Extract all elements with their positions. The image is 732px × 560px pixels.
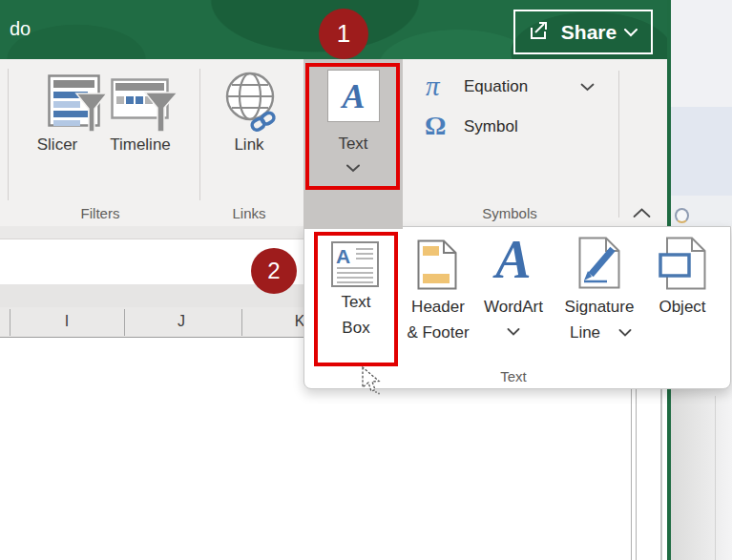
timeline-label: Timeline <box>94 135 186 155</box>
dropdown-group-label: Text <box>399 368 628 384</box>
slicer-icon <box>48 74 113 139</box>
header-footer-icon <box>417 239 457 290</box>
pi-icon: π <box>426 71 440 102</box>
share-label: Share <box>561 21 617 44</box>
signature-line-icon <box>578 237 620 289</box>
annotation-badge-1: 1 <box>319 9 368 59</box>
wordart-label: WordArt <box>474 298 553 317</box>
wordart-icon: A <box>482 233 545 286</box>
background-window-band <box>671 107 732 196</box>
chevron-up-icon <box>633 208 651 218</box>
header-footer-label-line2: & Footer <box>396 323 480 342</box>
column-header-i[interactable]: I <box>38 313 95 330</box>
window-inner-edge <box>636 389 637 560</box>
timeline-icon <box>111 78 183 139</box>
column-separator <box>10 309 10 336</box>
annotation-box-step2 <box>314 232 398 366</box>
chevron-down-icon <box>507 328 520 336</box>
omega-icon: Ω <box>425 111 446 141</box>
slicer-label: Slicer <box>21 135 94 155</box>
links-group-label: Links <box>220 205 279 221</box>
collapse-ribbon-button[interactable] <box>628 202 657 225</box>
chevron-down-icon <box>624 24 638 41</box>
symbol-label: Symbol <box>464 117 518 136</box>
share-button[interactable]: Share <box>513 10 653 54</box>
symbols-group-label: Symbols <box>454 205 565 221</box>
object-icon <box>659 237 706 290</box>
window-inner-edge <box>631 389 632 560</box>
column-separator <box>124 309 125 336</box>
column-header-j[interactable]: J <box>153 313 210 330</box>
signature-label-line1: Signature <box>558 298 640 317</box>
annotation-badge-2: 2 <box>251 248 297 294</box>
group-separator <box>199 69 200 200</box>
annotation-box-step1 <box>305 63 400 190</box>
scrollbar-edge <box>660 389 662 560</box>
excel-window: do Share Slicer <box>0 0 732 560</box>
object-label: Object <box>647 298 718 317</box>
signature-label-line2: Line <box>544 323 626 342</box>
chevron-down-icon <box>580 83 595 92</box>
group-separator <box>8 69 9 200</box>
header-footer-label-line1: Header <box>396 298 480 317</box>
group-separator <box>618 71 619 218</box>
link-label: Link <box>222 135 276 155</box>
filters-group-label: Filters <box>43 205 157 221</box>
share-icon <box>529 20 554 45</box>
link-icon <box>224 70 280 136</box>
mouse-cursor-icon <box>360 366 387 395</box>
background-window-edge <box>715 396 716 560</box>
column-separator <box>241 309 242 336</box>
equation-label: Equation <box>464 77 528 96</box>
title-bar-partial-text: do <box>10 18 31 40</box>
chevron-down-icon <box>618 329 632 337</box>
background-partial-icon <box>675 208 689 223</box>
